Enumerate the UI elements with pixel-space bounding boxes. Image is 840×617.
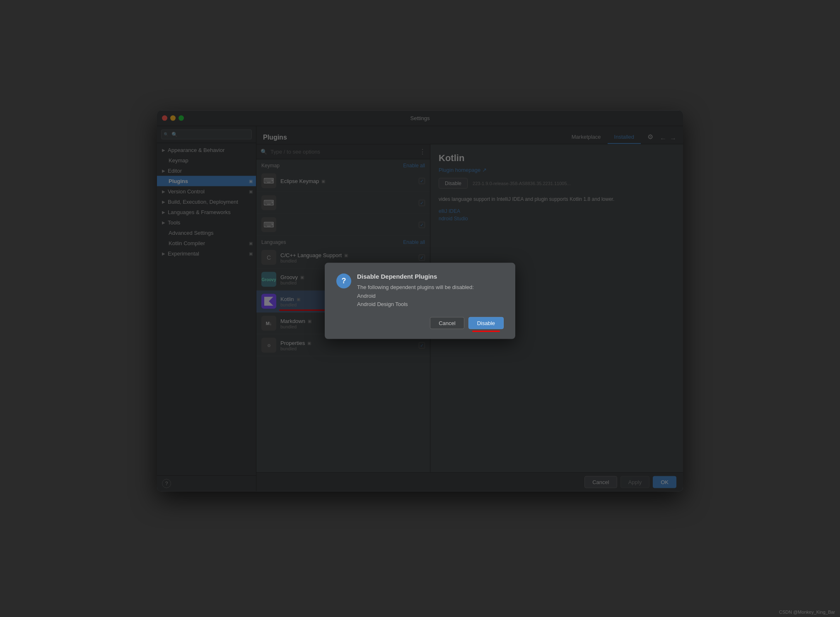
status-bar: CSDN @Monkey_King_Bar xyxy=(0,607,840,617)
disable-dependent-plugins-modal: ? Disable Dependent Plugins The followin… xyxy=(325,263,515,339)
modal-overlay: ? Disable Dependent Plugins The followin… xyxy=(157,111,683,492)
modal-cancel-button[interactable]: Cancel xyxy=(430,317,464,329)
modal-content: Disable Dependent Plugins The following … xyxy=(357,272,504,308)
question-icon: ? xyxy=(336,273,351,288)
modal-body: The following dependent plugins will be … xyxy=(357,283,504,308)
settings-window: Settings ▶ Appearance & Behavior Keymap … xyxy=(157,111,683,492)
modal-footer: Cancel Disable xyxy=(336,317,504,329)
modal-title: Disable Dependent Plugins xyxy=(357,272,504,280)
modal-disable-button[interactable]: Disable xyxy=(468,317,504,329)
modal-header: ? Disable Dependent Plugins The followin… xyxy=(336,272,504,308)
status-bar-text: CSDN @Monkey_King_Bar xyxy=(779,610,835,615)
